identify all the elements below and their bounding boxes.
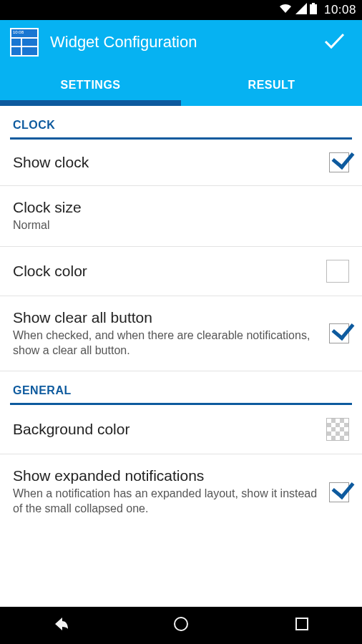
- row-show-clock[interactable]: Show clock: [0, 140, 362, 186]
- navigation-bar: [0, 607, 362, 644]
- row-clock-size[interactable]: Clock size Normal: [0, 186, 362, 247]
- section-header-clock: CLOCK: [0, 106, 362, 137]
- tabs: SETTINGS RESULT: [0, 64, 362, 106]
- checkbox-show-expanded[interactable]: [329, 482, 349, 502]
- back-button[interactable]: [51, 615, 69, 636]
- row-subtitle: When a notification has an expanded layo…: [13, 487, 321, 517]
- svg-rect-0: [310, 4, 317, 14]
- recents-button[interactable]: [293, 615, 311, 636]
- svg-point-2: [175, 618, 187, 630]
- home-button[interactable]: [172, 615, 190, 636]
- page-title: Widget Configuration: [50, 33, 316, 52]
- section-header-general: GENERAL: [0, 371, 362, 403]
- signal-icon: [295, 3, 307, 17]
- row-title: Show clock: [13, 154, 321, 171]
- checkbox-show-clear-all[interactable]: [329, 323, 349, 343]
- row-title: Show expanded notifications: [13, 467, 321, 484]
- row-value: Normal: [13, 218, 341, 233]
- row-title: Clock size: [13, 199, 341, 216]
- tab-result[interactable]: RESULT: [181, 64, 362, 106]
- tab-indicator: [0, 100, 181, 106]
- confirm-button[interactable]: [316, 23, 352, 62]
- status-bar: 10:08: [0, 0, 362, 20]
- battery-icon: [310, 3, 317, 17]
- color-swatch-background[interactable]: [326, 418, 349, 441]
- wifi-icon: [278, 3, 293, 17]
- svg-rect-1: [312, 3, 315, 4]
- row-clock-color[interactable]: Clock color: [0, 247, 362, 296]
- app-icon: [10, 28, 39, 57]
- row-title: Show clear all button: [13, 309, 321, 326]
- settings-content: CLOCK Show clock Clock size Normal Clock…: [0, 106, 362, 530]
- svg-rect-3: [296, 618, 308, 630]
- color-swatch-clock[interactable]: [326, 260, 349, 283]
- row-background-color[interactable]: Background color: [0, 405, 362, 454]
- row-subtitle: When checked, and when there are clearab…: [13, 328, 321, 358]
- status-time: 10:08: [324, 3, 356, 17]
- checkbox-show-clock[interactable]: [329, 152, 349, 172]
- row-show-clear-all[interactable]: Show clear all button When checked, and …: [0, 296, 362, 372]
- row-title: Clock color: [13, 263, 318, 280]
- row-title: Background color: [13, 421, 318, 438]
- row-show-expanded[interactable]: Show expanded notifications When a notif…: [0, 454, 362, 530]
- app-bar: Widget Configuration: [0, 20, 362, 64]
